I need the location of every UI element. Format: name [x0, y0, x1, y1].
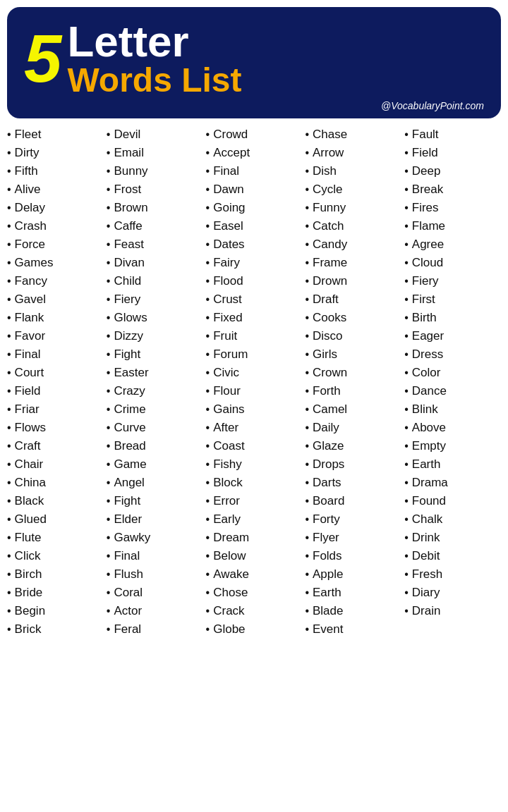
bullet-icon: •	[7, 513, 11, 526]
column-1: •Fleet•Dirty•Fifth•Alive•Delay•Crash•For…	[6, 125, 105, 639]
bullet-icon: •	[305, 238, 309, 251]
list-item: •Crash	[7, 217, 104, 235]
word-label: Court	[15, 366, 44, 380]
word-label: Click	[15, 549, 41, 563]
list-item: •Chair	[7, 455, 104, 474]
list-item: •Favor	[7, 327, 104, 345]
bullet-icon: •	[404, 183, 409, 196]
bullet-icon: •	[7, 531, 11, 544]
word-label: Email	[114, 146, 144, 160]
list-item: •Brown	[107, 199, 203, 217]
bullet-icon: •	[206, 128, 210, 141]
word-label: Funny	[313, 201, 346, 215]
word-label: Final	[213, 164, 239, 178]
bullet-icon: •	[305, 128, 309, 141]
list-item: •Break	[404, 180, 501, 199]
word-label: Dream	[213, 531, 249, 545]
bullet-icon: •	[404, 422, 409, 434]
list-item: •Coral	[107, 584, 203, 602]
bullet-icon: •	[404, 330, 409, 343]
word-label: Daily	[313, 421, 339, 435]
bullet-icon: •	[305, 257, 309, 269]
bullet-icon: •	[206, 513, 210, 526]
list-item: •Drama	[404, 474, 501, 492]
list-item: •Final	[206, 162, 303, 180]
bullet-icon: •	[107, 165, 111, 178]
list-item: •Earth	[404, 455, 501, 474]
bullet-icon: •	[305, 513, 309, 526]
list-item: •Civic	[206, 364, 303, 382]
bullet-icon: •	[305, 275, 309, 288]
list-item: •Fresh	[404, 565, 501, 584]
word-label: Feast	[114, 238, 144, 252]
list-item: •Flour	[206, 382, 303, 400]
word-label: Frame	[313, 256, 347, 270]
bullet-icon: •	[206, 348, 210, 361]
list-item: •Gawky	[107, 529, 203, 547]
list-item: •Fairy	[206, 254, 303, 272]
list-item: •Fault	[404, 125, 501, 144]
word-label: Glows	[114, 311, 147, 325]
bullet-icon: •	[107, 495, 111, 508]
word-list-section: •Fleet•Dirty•Fifth•Alive•Delay•Crash•For…	[0, 118, 508, 646]
list-item: •Blade	[305, 602, 401, 620]
word-label: Awake	[213, 567, 249, 582]
list-item: •Gains	[206, 400, 303, 419]
list-item: •Fancy	[7, 272, 104, 290]
bullet-icon: •	[107, 513, 111, 526]
list-item: •Drown	[305, 272, 401, 290]
word-label: Flyer	[313, 531, 339, 545]
word-label: Blade	[313, 604, 343, 618]
word-label: Gains	[213, 402, 244, 417]
bullet-icon: •	[7, 293, 11, 306]
word-label: Devil	[114, 128, 140, 142]
word-label: Disco	[313, 329, 343, 343]
bullet-icon: •	[107, 568, 111, 581]
word-label: Dish	[313, 164, 337, 178]
word-label: Deep	[412, 164, 441, 178]
bullet-icon: •	[404, 312, 409, 324]
word-label: Globe	[213, 622, 245, 636]
word-label: Child	[114, 274, 141, 288]
bullet-icon: •	[107, 183, 111, 196]
word-label: Flour	[213, 384, 241, 398]
word-label: Eager	[412, 329, 444, 343]
word-label: Drown	[313, 274, 347, 288]
word-label: Fairy	[213, 256, 240, 270]
bullet-icon: •	[206, 550, 210, 562]
header-banner: 5 Letter Words List @VocabularyPoint.com	[7, 7, 501, 118]
list-item: •Forum	[206, 345, 303, 364]
bullet-icon: •	[404, 275, 409, 288]
list-item: •Easel	[206, 217, 303, 235]
list-item: •Early	[206, 510, 303, 529]
bullet-icon: •	[404, 531, 409, 544]
word-label: Gavel	[15, 293, 46, 307]
bullet-icon: •	[7, 183, 11, 196]
word-label: Chase	[313, 128, 347, 142]
word-label: Earth	[313, 586, 341, 600]
word-label: Diary	[412, 586, 440, 600]
word-label: Games	[15, 256, 54, 270]
word-label: Favor	[15, 329, 45, 343]
bullet-icon: •	[7, 128, 11, 141]
list-item: •Crust	[206, 290, 303, 309]
list-item: •Block	[206, 474, 303, 492]
word-label: Flute	[15, 531, 42, 545]
word-label: Bread	[114, 439, 145, 453]
bullet-icon: •	[404, 440, 409, 453]
bullet-icon: •	[206, 238, 210, 251]
list-item: •Final	[7, 345, 104, 364]
word-label: Civic	[213, 366, 239, 380]
word-label: Delay	[15, 201, 45, 215]
bullet-icon: •	[7, 257, 11, 269]
bullet-icon: •	[404, 165, 409, 178]
word-label: Birth	[412, 311, 437, 325]
bullet-icon: •	[7, 568, 11, 581]
list-item: •Glaze	[305, 437, 401, 455]
word-label: Crowd	[213, 128, 248, 142]
word-label: Arrow	[313, 146, 344, 160]
bullet-icon: •	[206, 586, 210, 599]
list-item: •Event	[305, 620, 401, 639]
word-label: Actor	[114, 604, 142, 618]
word-label: Girls	[313, 347, 337, 362]
